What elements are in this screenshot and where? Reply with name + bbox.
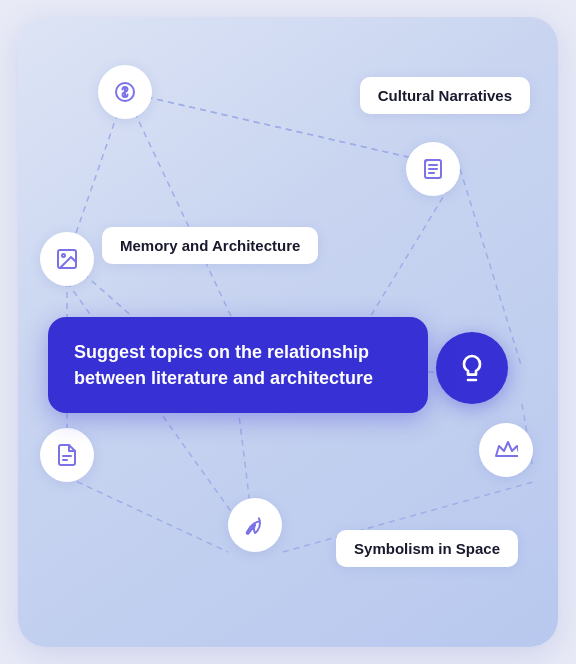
- svg-line-2: [125, 92, 248, 352]
- document-icon: [55, 443, 79, 467]
- node-bottom-right[interactable]: [479, 423, 533, 477]
- node-bottom-left[interactable]: [40, 428, 94, 482]
- node-top-right[interactable]: [406, 142, 460, 196]
- leaf-icon: [243, 513, 267, 537]
- node-top-left[interactable]: [98, 65, 152, 119]
- node-bottom-center[interactable]: [228, 498, 282, 552]
- currency-icon: [113, 80, 137, 104]
- node-middle-left[interactable]: [40, 232, 94, 286]
- node-idea[interactable]: [436, 332, 508, 404]
- crown-icon: [494, 438, 518, 462]
- label-memory-architecture: Memory and Architecture: [102, 227, 318, 264]
- label-cultural-narratives: Cultural Narratives: [360, 77, 530, 114]
- svg-line-10: [67, 477, 228, 552]
- query-box[interactable]: Suggest topics on the relationship betwe…: [48, 317, 428, 413]
- svg-line-3: [358, 169, 460, 337]
- main-card: Cultural Narratives Memory and Architect…: [18, 17, 558, 647]
- lightbulb-icon: [456, 352, 488, 384]
- image-icon: [55, 247, 79, 271]
- book-icon: [421, 157, 445, 181]
- svg-point-20: [62, 254, 65, 257]
- label-symbolism-space: Symbolism in Space: [336, 530, 518, 567]
